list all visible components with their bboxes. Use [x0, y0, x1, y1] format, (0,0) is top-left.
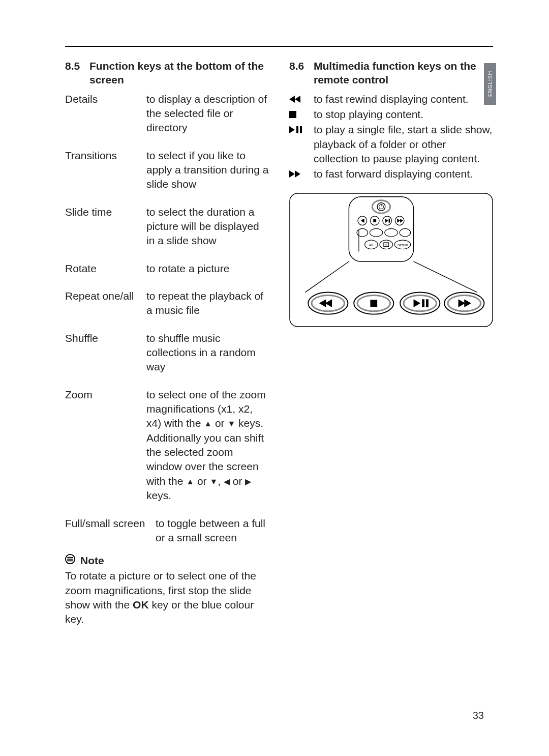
zoom-text-or3: or [230, 475, 245, 487]
arrow-up-icon: ▲ [204, 418, 212, 429]
svg-point-29 [357, 228, 368, 237]
term-shuffle: Shuffle [65, 331, 146, 374]
play-pause-icon [289, 123, 314, 166]
remote-option-label: OPTION [398, 243, 408, 246]
right-column: 8.6 Multimedia function keys on the remo… [289, 59, 493, 627]
term-slide-time: Slide time [65, 205, 146, 248]
svg-marker-7 [289, 126, 295, 133]
arrow-up-icon: ▲ [186, 476, 194, 487]
term-zoom: Zoom [65, 388, 146, 503]
svg-rect-24 [373, 219, 376, 222]
section-number: 8.6 [289, 59, 314, 73]
svg-marker-11 [295, 170, 300, 178]
note-label: Note [80, 555, 104, 567]
term-repeat: Repeat one/all [65, 289, 146, 318]
svg-rect-50 [422, 299, 424, 307]
zoom-text-comma: , [218, 475, 224, 487]
desc-rotate: to rotate a picture [146, 261, 269, 276]
svg-marker-5 [295, 96, 300, 103]
section-title: Multimedia function keys on the remote c… [314, 59, 493, 87]
zoom-text-post2: keys. [146, 489, 171, 501]
note-icon [65, 554, 75, 567]
arrow-left-icon: ◀ [224, 476, 230, 487]
zoom-text-or1: or [212, 417, 227, 429]
svg-rect-48 [370, 300, 377, 307]
arrow-down-icon: ▼ [227, 418, 235, 429]
svg-rect-8 [296, 126, 298, 133]
desc-shuffle: to shuffle music collections in a random… [146, 331, 269, 374]
svg-point-14 [372, 200, 390, 213]
remote-control-figure: AV OPTION [289, 193, 493, 329]
desc-slide-time: to select the duration a picture will be… [146, 205, 269, 248]
desc-full-small: to toggle between a full or a small scre… [156, 516, 269, 545]
svg-point-35 [380, 240, 392, 249]
svg-rect-6 [289, 111, 296, 118]
desc-zoom: to select one of the zoom magnifications… [146, 388, 269, 503]
forward-icon [289, 167, 314, 181]
forward-text: to fast forward displaying content. [314, 167, 493, 181]
svg-point-32 [400, 228, 411, 237]
note-body: To rotate a picture or to select one of … [65, 569, 269, 626]
rewind-icon [289, 92, 314, 106]
term-transitions: Transitions [65, 149, 146, 192]
svg-marker-10 [289, 170, 295, 178]
stop-text: to stop playing content. [314, 107, 493, 122]
zoom-text-or2: or [194, 475, 209, 487]
note-ok-key: OK [133, 599, 149, 610]
language-tab: ENGLISH [484, 63, 496, 105]
remote-av-label: AV [369, 243, 374, 246]
svg-marker-4 [289, 96, 295, 103]
svg-rect-26 [389, 219, 390, 223]
top-rule [65, 46, 493, 47]
arrow-down-icon: ▼ [209, 476, 218, 487]
arrow-right-icon: ▶ [245, 476, 251, 487]
page-number: 33 [473, 710, 484, 721]
term-details: Details [65, 92, 146, 135]
section-title: Function keys at the bottom of the scree… [89, 59, 269, 87]
stop-icon [289, 107, 314, 122]
desc-transitions: to select if you like to apply a transit… [146, 149, 269, 192]
term-rotate: Rotate [65, 261, 146, 276]
rewind-text: to fast rewind displaying content. [314, 92, 493, 106]
svg-point-31 [385, 228, 398, 237]
term-full-small: Full/small screen [65, 516, 156, 545]
desc-details: to display a description of the selected… [146, 92, 269, 135]
svg-rect-9 [300, 126, 302, 133]
left-column: 8.5 Function keys at the bottom of the s… [65, 59, 269, 627]
section-number: 8.5 [65, 59, 89, 73]
svg-rect-51 [426, 299, 429, 307]
play-pause-text: to play a single file, start a slide sho… [314, 123, 493, 166]
desc-repeat: to repeat the playback of a music file [146, 289, 269, 318]
svg-point-30 [370, 228, 382, 237]
